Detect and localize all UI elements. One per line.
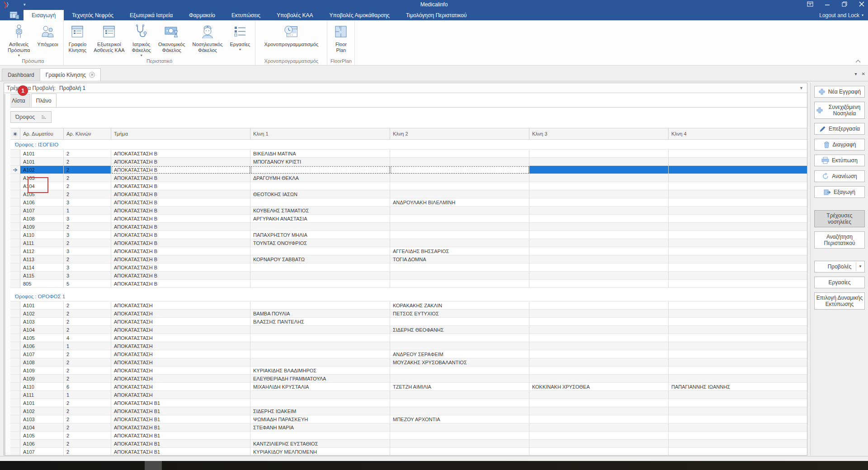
grid-cell[interactable]: ΑΝΔΡΟΥΛΑΚΗ ΒΙΛΕΛΜΙΝΗ: [390, 198, 529, 207]
grid-cell[interactable]: [390, 272, 529, 280]
grid-cell[interactable]: A101: [20, 158, 64, 166]
grid-cell[interactable]: [529, 166, 669, 174]
doc-tab-Γραφείο Κίνησης[interactable]: Γραφείο Κίνησης×: [40, 68, 101, 81]
grid-cell[interactable]: ΠΑΠΑΧΡΗΣΤΟΥ ΜΗΛΙΑ: [250, 231, 390, 239]
table-row[interactable]: A1143ΑΠΟΚΑΤΑΣΤΑΣΗ Β: [10, 263, 807, 272]
grid-cell[interactable]: 2: [64, 440, 111, 448]
grid-cell[interactable]: 2: [64, 326, 111, 334]
grid-cell[interactable]: ΒΑΜΒΑ ΠΟΥΛΙΑ: [250, 310, 390, 318]
grid-cell[interactable]: [250, 263, 390, 272]
current-view-bar[interactable]: Τρέχουσα Προβολή: Προβολή 1 ▼: [4, 83, 807, 93]
grid-cell[interactable]: A110: [20, 383, 64, 391]
grid-cell[interactable]: [529, 440, 669, 448]
grid-cell[interactable]: ΚΟΡΝΑΡΟΥ ΣΑΒΒΑΤΩ: [250, 255, 390, 263]
grid-cell[interactable]: [390, 263, 529, 272]
grid-cell[interactable]: [669, 247, 807, 255]
grid-cell[interactable]: [669, 399, 807, 407]
grid-cell[interactable]: [250, 432, 390, 440]
grid-cell[interactable]: [669, 310, 807, 318]
grid-cell[interactable]: 2: [64, 223, 111, 231]
sidebar-button-Εκτύπωση[interactable]: Εκτύπωση: [814, 155, 865, 166]
grid-cell[interactable]: ΚΟΡΑΚΑΚΗΣ ΖΑΚΛΙΝ: [390, 301, 529, 310]
table-row[interactable]: A1032ΑΠΟΚΑΤΑΣΤΑΣΗΒΛΑΣΣΗΣ ΠΑΝΤΕΛΗΣ: [10, 318, 807, 326]
sidebar-button-Προβολές[interactable]: Προβολές▼: [814, 261, 865, 273]
grid-cell[interactable]: [529, 247, 669, 255]
grid-cell[interactable]: 3: [64, 198, 111, 207]
sidebar-button-Τρέχουσες νοσηλείες[interactable]: Τρέχουσες νοσηλείες: [814, 210, 865, 227]
grid-cell[interactable]: ΑΠΟΚΑΤΑΣΤΑΣΗ Β: [111, 255, 250, 263]
minimize-button[interactable]: [824, 1, 831, 7]
grid-cell[interactable]: A107: [20, 350, 64, 358]
grid-cell[interactable]: ΔΡΑΓΟΥΜΗ ΘΕΚΛΑ: [250, 174, 390, 182]
tab-Πλάνο[interactable]: Πλάνο: [31, 94, 57, 107]
grid-cell[interactable]: [669, 342, 807, 350]
grid-cell[interactable]: 2: [64, 182, 111, 190]
grid-cell[interactable]: ΑΠΟΚΑΤΑΣΤΑΣΗ: [111, 383, 250, 391]
grid-cell[interactable]: [669, 391, 807, 399]
ribbon-button-Οικονομικός-Φάκελος[interactable]: Οικονομικός Φάκελος: [155, 22, 189, 53]
grid-cell[interactable]: A102: [20, 166, 64, 174]
grid-cell[interactable]: ΑΠΟΚΑΤΑΣΤΑΣΗ Β1: [111, 432, 250, 440]
grid-cell[interactable]: A110: [20, 231, 64, 239]
grid-cell[interactable]: A111: [20, 391, 64, 399]
close-tab-icon[interactable]: ✕: [862, 71, 865, 76]
tab-list-dropdown-icon[interactable]: ▾: [855, 71, 857, 76]
ribbon-button-Νοσηλευτικός-Φάκελος[interactable]: Νοσηλευτικός Φάκελος: [189, 22, 226, 53]
table-row[interactable]: A1061ΑΠΟΚΑΤΑΣΤΑΣΗ: [10, 342, 807, 350]
collapse-ribbon-icon[interactable]: [855, 60, 861, 63]
grid-cell[interactable]: 2: [64, 166, 111, 174]
grid-cell[interactable]: [669, 182, 807, 190]
grid-cell[interactable]: ΑΠΟΚΑΤΑΣΤΑΣΗ Β: [111, 247, 250, 255]
table-row[interactable]: A1012ΑΠΟΚΑΤΑΣΤΑΣΗ ΒΒΙΚΕΛΙΔΗ ΜΑΤΙΝΑ: [10, 150, 807, 158]
sidebar-button-Νέα Εγγραφή[interactable]: Νέα Εγγραφή: [814, 86, 865, 98]
grid-cell[interactable]: [669, 255, 807, 263]
grid-cell[interactable]: 2: [64, 239, 111, 247]
grid-cell[interactable]: A107: [20, 448, 64, 455]
grid-cell[interactable]: [529, 318, 669, 326]
grid-cell[interactable]: ΚΥΡΙΑΚΙΔΟΥ ΜΕΛΠΟΜΕΝΗ: [250, 448, 390, 455]
grid-cell[interactable]: A114: [20, 263, 64, 272]
grid-cell[interactable]: A108: [20, 215, 64, 223]
grid-cell[interactable]: [669, 231, 807, 239]
grid-cell[interactable]: ΜΙΧΑΗΛΙΔΗ ΚΡΥΣΤΑΛΙΑ: [250, 383, 390, 391]
grid-cell[interactable]: [529, 158, 669, 166]
logout-and-lock-button[interactable]: Logout and Lock ▾: [819, 10, 863, 20]
grid-cell[interactable]: A103: [20, 174, 64, 182]
table-row[interactable]: A1072ΑΠΟΚΑΤΑΣΤΑΣΗ Β1ΚΥΡΙΑΚΙΔΟΥ ΜΕΛΠΟΜΕΝΗ: [10, 448, 807, 455]
table-row[interactable]: A1092ΑΠΟΚΑΤΑΣΤΑΣΗ Β: [10, 223, 807, 231]
grid-cell[interactable]: [250, 342, 390, 350]
grid-cell[interactable]: [390, 207, 529, 215]
grid-cell[interactable]: 2: [64, 415, 111, 423]
grid-cell[interactable]: [529, 448, 669, 455]
grid-cell[interactable]: [669, 440, 807, 448]
grid-cell[interactable]: ΑΠΟΚΑΤΑΣΤΑΣΗ: [111, 334, 250, 342]
grid-cell[interactable]: A113: [20, 255, 64, 263]
grid-cell[interactable]: A115: [20, 272, 64, 280]
grid-cell[interactable]: [669, 334, 807, 342]
grid-cell[interactable]: ΑΠΟΚΑΤΑΣΤΑΣΗ Β: [111, 207, 250, 215]
grid-cell[interactable]: [529, 334, 669, 342]
grid-cell[interactable]: A105: [20, 190, 64, 198]
column-header-Αρ. Δωματίου[interactable]: Αρ. Δωματίου: [20, 128, 64, 139]
table-row[interactable]: A1042ΑΠΟΚΑΤΑΣΤΑΣΗΣΙΔΕΡΗΣ ΘΕΟΦΑΝΗΣ: [10, 326, 807, 334]
grid-cell[interactable]: [669, 272, 807, 280]
table-row[interactable]: A1106ΑΠΟΚΑΤΑΣΤΑΣΗΜΙΧΑΗΛΙΔΗ ΚΡΥΣΤΑΛΙΑΤΖΕΤ…: [10, 383, 807, 391]
grid-cell[interactable]: [529, 399, 669, 407]
table-row[interactable]: A1022ΑΠΟΚΑΤΑΣΤΑΣΗΒΑΜΒΑ ΠΟΥΛΙΑΠΕΤΣΟΣ ΕΥΤΥ…: [10, 310, 807, 318]
grid-cell[interactable]: [669, 358, 807, 367]
grid-cell[interactable]: [390, 239, 529, 247]
grid-cell[interactable]: ΨΩΜΙΑΔΗ ΠΑΡΑΣΚΕΥΗ: [250, 415, 390, 423]
table-row[interactable]: A1063ΑΠΟΚΑΤΑΣΤΑΣΗ ΒΑΝΔΡΟΥΛΑΚΗ ΒΙΛΕΛΜΙΝΗ: [10, 198, 807, 207]
table-row[interactable]: A1012ΑΠΟΚΑΤΑΣΤΑΣΗΚΟΡΑΚΑΚΗΣ ΖΑΚΛΙΝ: [10, 301, 807, 310]
grid-cell[interactable]: [390, 432, 529, 440]
grid-cell[interactable]: 6: [64, 383, 111, 391]
grid-cell[interactable]: [250, 350, 390, 358]
grid-cell[interactable]: ΑΠΟΚΑΤΑΣΤΑΣΗ Β: [111, 198, 250, 207]
grid-cell[interactable]: [390, 166, 529, 174]
grid-cell[interactable]: ΑΠΟΚΑΤΑΣΤΑΣΗ Β: [111, 158, 250, 166]
table-row[interactable]: A1111ΑΠΟΚΑΤΑΣΤΑΣΗ: [10, 391, 807, 399]
table-row[interactable]: A1071ΑΠΟΚΑΤΑΣΤΑΣΗ ΒΚΟΥΒΕΛΗΣ ΣΤΑΜΑΤΙΟΣ: [10, 207, 807, 215]
table-row[interactable]: A1012ΑΠΟΚΑΤΑΣΤΑΣΗ Β1: [10, 399, 807, 407]
grid-cell[interactable]: A107: [20, 207, 64, 215]
grid-cell[interactable]: [529, 367, 669, 375]
